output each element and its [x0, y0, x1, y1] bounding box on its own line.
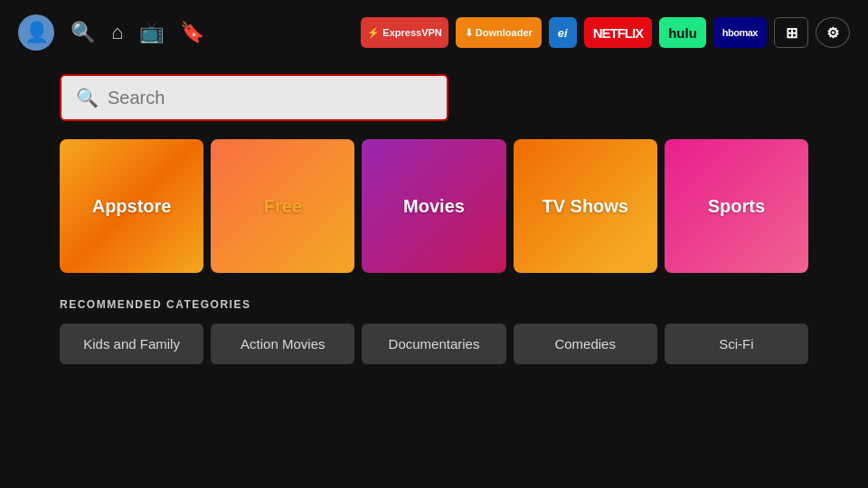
nav-left-icons: 👤 🔍 ⌂ 📺 🔖	[18, 14, 204, 51]
downloader-badge[interactable]: ⬇ Downloader	[456, 17, 542, 48]
chip-comedies[interactable]: Comedies	[514, 324, 657, 364]
recommended-section: RECOMMENDED CATEGORIES Kids and Family A…	[0, 298, 868, 364]
tile-sports[interactable]: Sports	[665, 139, 808, 273]
search-section: 🔍	[0, 65, 868, 139]
tile-tvshows-label: TV Shows	[542, 196, 628, 217]
search-input[interactable]	[108, 88, 432, 108]
tile-movies-label: Movies	[403, 196, 465, 217]
hulu-badge[interactable]: hulu	[659, 17, 706, 48]
chip-action-movies[interactable]: Action Movies	[211, 324, 354, 364]
tile-free[interactable]: Free	[211, 139, 354, 273]
grid-icon: ⊞	[786, 24, 797, 42]
chip-documentaries-label: Documentaries	[389, 336, 480, 352]
hulu-label: hulu	[668, 25, 697, 41]
avatar-icon: 👤	[24, 21, 49, 44]
ei-badge[interactable]: ei	[549, 17, 577, 48]
category-tiles: Appstore Free Movies TV Shows Sports	[0, 139, 868, 273]
expressvpn-label: ⚡ ExpressVPN	[367, 27, 441, 39]
grid-view-button[interactable]: ⊞	[774, 17, 808, 48]
category-chips: Kids and Family Action Movies Documentar…	[60, 324, 808, 364]
bookmark-icon[interactable]: 🔖	[180, 21, 204, 44]
hbomax-label: hbomax	[722, 27, 758, 38]
chip-sci-fi[interactable]: Sci-Fi	[665, 324, 808, 364]
chip-comedies-label: Comedies	[554, 336, 616, 352]
top-navigation: 👤 🔍 ⌂ 📺 🔖 ⚡ ExpressVPN ⬇ Downloader ei N…	[0, 0, 868, 65]
tile-appstore-label: Appstore	[92, 196, 172, 217]
tile-movies[interactable]: Movies	[362, 139, 505, 273]
chip-kids-family-label: Kids and Family	[83, 336, 180, 352]
search-bar[interactable]: 🔍	[60, 74, 448, 121]
chip-documentaries[interactable]: Documentaries	[362, 324, 505, 364]
tile-sports-label: Sports	[708, 196, 765, 217]
search-icon: 🔍	[76, 87, 99, 108]
nav-app-badges: ⚡ ExpressVPN ⬇ Downloader ei NETFLIX hul…	[361, 17, 850, 48]
chip-action-movies-label: Action Movies	[241, 336, 325, 352]
netflix-badge[interactable]: NETFLIX	[584, 17, 653, 48]
ei-label: ei	[558, 26, 568, 40]
avatar[interactable]: 👤	[18, 14, 54, 51]
home-icon[interactable]: ⌂	[111, 21, 123, 44]
recommended-title: RECOMMENDED CATEGORIES	[60, 298, 808, 311]
expressvpn-badge[interactable]: ⚡ ExpressVPN	[361, 17, 448, 48]
chip-kids-family[interactable]: Kids and Family	[60, 324, 203, 364]
downloader-label: ⬇ Downloader	[465, 27, 533, 39]
settings-button[interactable]: ⚙	[816, 17, 850, 48]
search-nav-icon[interactable]: 🔍	[71, 21, 95, 44]
tv-icon[interactable]: 📺	[139, 21, 164, 44]
hbomax-badge[interactable]: hbomax	[713, 17, 767, 48]
chip-sci-fi-label: Sci-Fi	[719, 336, 753, 352]
netflix-label: NETFLIX	[593, 25, 644, 41]
tile-appstore[interactable]: Appstore	[60, 139, 203, 273]
tile-tvshows[interactable]: TV Shows	[514, 139, 657, 273]
tile-free-label: Free	[264, 196, 302, 217]
gear-icon: ⚙	[826, 24, 839, 42]
